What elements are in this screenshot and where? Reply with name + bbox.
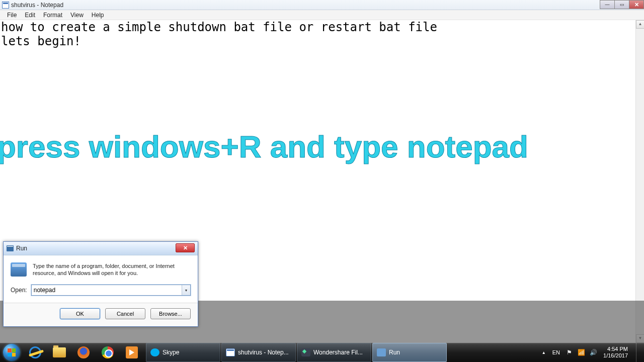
clock[interactable]: 4:54 PM 1/16/2017	[601, 346, 630, 359]
taskbar: Skype shutvirus - Notep... Wondershare F…	[0, 343, 644, 362]
window-title: shutvirus - Notepad	[11, 2, 63, 9]
run-close-button[interactable]: ✕	[176, 243, 195, 252]
menu-edit[interactable]: Edit	[21, 11, 39, 20]
run-body: Type the name of a program, folder, docu…	[4, 255, 198, 303]
language-indicator[interactable]: EN	[551, 349, 561, 355]
action-center-icon[interactable]: ⚑	[565, 348, 573, 356]
notepad-titlebar[interactable]: shutvirus - Notepad — ▭ ✕	[0, 0, 644, 10]
notepad-taskbar-icon	[226, 348, 235, 356]
taskbar-item-label: shutvirus - Notep...	[238, 349, 289, 356]
run-title: Run	[16, 245, 27, 252]
play-icon	[126, 346, 138, 358]
pinned-media[interactable]	[120, 343, 144, 362]
menubar: File Edit Format View Help	[0, 10, 644, 20]
menu-view[interactable]: View	[66, 11, 88, 20]
open-label: Open:	[11, 287, 27, 294]
taskbar-item-wondershare[interactable]: Wondershare Fil...	[297, 343, 371, 362]
volume-icon[interactable]: 🔊	[589, 348, 597, 356]
open-dropdown-button[interactable]: ▼	[182, 285, 190, 295]
taskbar-item-label: Skype	[163, 349, 179, 356]
network-icon[interactable]: 📶	[577, 348, 585, 356]
menu-help[interactable]: Help	[88, 11, 108, 20]
taskbar-item-label: Run	[389, 349, 400, 356]
taskbar-item-label: Wondershare Fil...	[313, 349, 363, 356]
ok-button[interactable]: OK	[60, 308, 100, 319]
system-tray: ▲ EN ⚑ 📶 🔊 4:54 PM 1/16/2017	[540, 343, 644, 362]
ie-icon	[29, 346, 41, 358]
run-description: Type the name of a program, folder, docu…	[33, 262, 191, 277]
run-taskbar-icon	[377, 348, 386, 356]
maximize-button[interactable]: ▭	[614, 0, 629, 9]
firefox-icon	[77, 346, 90, 358]
skype-icon	[150, 348, 159, 356]
wondershare-icon	[301, 348, 310, 356]
vertical-scrollbar[interactable]: ▲ ▼	[635, 20, 644, 343]
open-input[interactable]	[31, 285, 191, 296]
pinned-ie[interactable]	[23, 343, 47, 362]
clock-date: 1/16/2017	[603, 352, 628, 359]
run-icon	[7, 245, 14, 251]
menu-format[interactable]: Format	[39, 11, 66, 20]
menu-file[interactable]: File	[3, 11, 21, 20]
start-button[interactable]	[0, 343, 23, 362]
pinned-chrome[interactable]	[96, 343, 120, 362]
chrome-icon	[102, 346, 114, 358]
run-titlebar[interactable]: Run ✕	[4, 242, 198, 255]
minimize-button[interactable]: —	[600, 0, 615, 9]
overlay-caption: press windows+R and type notepad	[0, 129, 528, 164]
run-dialog: Run ✕ Type the name of a program, folder…	[3, 241, 198, 327]
pinned-explorer[interactable]	[47, 343, 71, 362]
taskbar-item-run[interactable]: Run	[372, 343, 447, 362]
clock-time: 4:54 PM	[603, 346, 628, 352]
tray-overflow-button[interactable]: ▲	[540, 349, 547, 356]
taskbar-item-notepad[interactable]: shutvirus - Notep...	[221, 343, 296, 362]
cancel-button[interactable]: Cancel	[105, 308, 145, 319]
pinned-apps	[23, 343, 144, 362]
run-button-row: OK Cancel Browse...	[4, 303, 198, 326]
taskbar-items: Skype shutvirus - Notep... Wondershare F…	[146, 343, 448, 362]
taskbar-item-skype[interactable]: Skype	[146, 343, 220, 362]
browse-button[interactable]: Browse...	[150, 308, 191, 319]
scroll-up-arrow[interactable]: ▲	[636, 20, 644, 29]
window-controls: — ▭ ✕	[600, 0, 644, 9]
run-program-icon	[11, 262, 27, 277]
folder-icon	[53, 347, 66, 357]
open-combobox[interactable]: ▼	[31, 285, 191, 296]
pinned-firefox[interactable]	[71, 343, 96, 362]
show-desktop-button[interactable]	[636, 343, 641, 362]
close-button[interactable]: ✕	[629, 0, 644, 9]
notepad-icon	[2, 2, 9, 9]
